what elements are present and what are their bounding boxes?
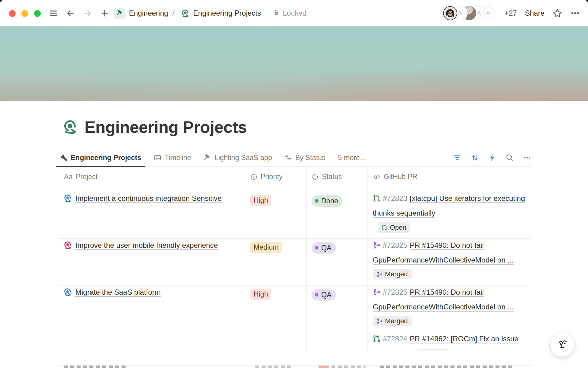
table-header-row: Aa Project Priority Status GitHub PR [59, 167, 531, 187]
pr-state-badge: Merged [373, 269, 412, 279]
avatar-overflow-count[interactable]: +27 [504, 9, 517, 17]
minimize-window-button[interactable] [21, 10, 28, 17]
priority-badge[interactable]: Medium [250, 242, 282, 253]
table-row: Improve the user mobile friendly experie… [59, 234, 531, 281]
pr-number: #72823 [383, 194, 407, 202]
column-header-github-pr[interactable]: GitHub PR [368, 167, 531, 187]
pull-request-icon [381, 224, 387, 231]
avatar-stack[interactable]: A A A [443, 6, 495, 20]
pr-state-badge: Open [378, 222, 410, 233]
pull-request-icon [373, 193, 380, 206]
text-type-icon: Aa [64, 173, 73, 181]
more-options-icon[interactable] [570, 8, 580, 18]
status-badge[interactable]: QA [311, 289, 336, 301]
tab-timeline[interactable]: Timeline [153, 149, 192, 167]
share-button[interactable]: Share [525, 9, 545, 17]
breadcrumb-page[interactable]: Engineering Projects [193, 9, 261, 17]
github-pr-mention: #72825PR #15490: Do not fail GpuPerforma… [373, 286, 526, 327]
pr-number: #72825 [383, 241, 407, 249]
tab-lighting-saas-app[interactable]: Lighting SaaS app [202, 149, 273, 167]
ai-face-icon [556, 338, 569, 352]
table-row: Migrate the SaaS platform High QA #72825… [59, 281, 531, 362]
search-icon[interactable] [506, 154, 514, 162]
breadcrumb: Engineering / Engineering Projects Locke… [114, 0, 307, 26]
pr-number: #72825 [383, 288, 407, 296]
wrench-icon [60, 154, 67, 161]
project-target-arrow-icon [64, 194, 72, 238]
page-title[interactable]: Engineering Projects [85, 117, 247, 136]
project-link[interactable]: Implement a continuous integration Sensi… [75, 192, 222, 238]
clipped-next-row [0, 364, 588, 368]
column-header-project[interactable]: Aa Project [59, 167, 245, 187]
page-icon-target-arrow[interactable] [63, 120, 78, 134]
pull-request-icon [373, 333, 380, 347]
pr-state-badge: Merged [373, 316, 412, 326]
merge-icon [376, 318, 383, 324]
hammer-icon[interactable] [114, 8, 125, 19]
github-pr-mention: #72825PR #15490: Do not fail GpuPerforma… [373, 239, 526, 280]
board-icon [285, 154, 292, 161]
traffic-lights [9, 10, 41, 17]
zoom-window-button[interactable] [34, 10, 41, 17]
lock-icon [273, 9, 280, 17]
status-badge[interactable]: QA [311, 242, 336, 254]
projects-table: Aa Project Priority Status GitHub PR Imp… [59, 167, 531, 362]
back-button[interactable] [65, 8, 76, 19]
project-target-arrow-icon [64, 241, 72, 285]
priority-badge[interactable]: High [250, 289, 271, 300]
column-header-priority[interactable]: Priority [245, 167, 306, 187]
favorite-star-icon[interactable] [552, 8, 562, 18]
status-dot [315, 293, 318, 297]
locked-label[interactable]: Locked [283, 9, 306, 17]
window-toolbar: Engineering / Engineering Projects Locke… [0, 0, 588, 26]
view-tabs-bar: Engineering Projects Timeline Lighting S… [59, 149, 531, 167]
tab-engineering-projects[interactable]: Engineering Projects [59, 149, 142, 167]
timeline-icon [154, 154, 161, 162]
status-dot [315, 199, 318, 203]
sort-icon[interactable] [471, 154, 479, 162]
avatar[interactable] [443, 6, 457, 20]
view-options-icon[interactable] [523, 154, 531, 162]
status-dot [315, 246, 318, 250]
page-cover-image[interactable] [0, 26, 588, 101]
merge-icon [373, 287, 380, 300]
table-row: Implement a continuous integration Sensi… [59, 187, 531, 234]
github-pr-mention: #72823[xla:cpu] Use iterators for execut… [373, 192, 526, 233]
merge-icon [376, 271, 383, 277]
viewport-cut [0, 351, 588, 364]
hammer-icon [204, 154, 211, 161]
code-icon [373, 173, 381, 181]
pr-number: #72824 [383, 335, 407, 343]
breadcrumb-separator: / [172, 9, 175, 17]
automation-bolt-icon[interactable] [488, 154, 496, 162]
breadcrumb-workspace[interactable]: Engineering [129, 9, 168, 17]
tab-more-views[interactable]: 5 more... [337, 149, 367, 167]
close-window-button[interactable] [9, 10, 16, 17]
project-link[interactable]: Improve the user mobile friendly experie… [75, 239, 218, 285]
priority-badge[interactable]: High [250, 195, 271, 206]
filter-icon[interactable] [453, 154, 462, 162]
page-target-arrow-icon [181, 9, 190, 17]
column-header-status[interactable]: Status [306, 167, 368, 187]
forward-button[interactable] [82, 8, 93, 19]
merge-icon [373, 240, 380, 253]
status-badge[interactable]: Done [311, 195, 343, 207]
sidebar-menu-button[interactable] [48, 8, 59, 19]
app-window: Engineering / Engineering Projects Locke… [0, 0, 588, 368]
status-type-icon [311, 173, 319, 181]
new-page-button[interactable] [99, 8, 110, 19]
tab-by-status[interactable]: By Status [283, 149, 326, 167]
select-type-icon [250, 173, 258, 181]
notion-ai-button[interactable] [550, 333, 575, 357]
